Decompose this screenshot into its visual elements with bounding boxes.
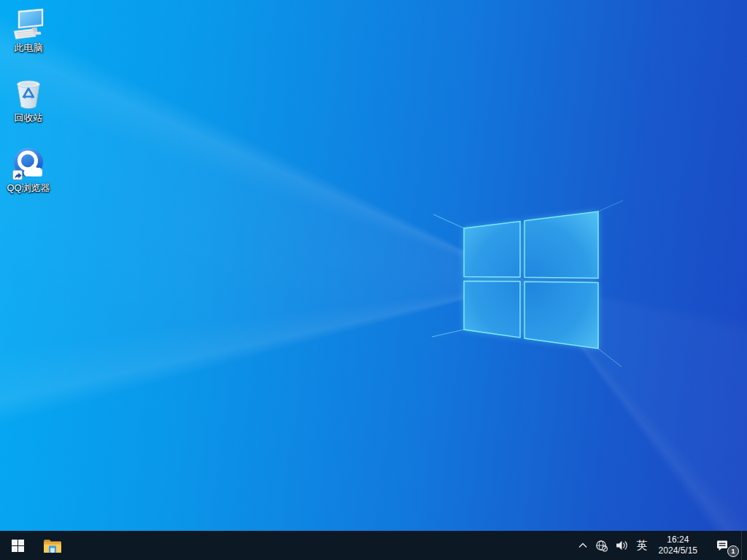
logo-ray bbox=[433, 214, 464, 228]
desktop-icon-label: 回收站 bbox=[15, 113, 43, 123]
system-tray: 英 16:24 2024/5/15 1 bbox=[574, 531, 747, 560]
chevron-up-icon bbox=[578, 541, 588, 550]
file-explorer-button[interactable] bbox=[35, 531, 70, 560]
taskbar-clock[interactable]: 16:24 2024/5/15 bbox=[653, 531, 703, 560]
desktop-icon-label: 此电脑 bbox=[15, 43, 43, 53]
tray-expand-button[interactable] bbox=[574, 531, 592, 560]
logo-pane-top-right bbox=[525, 211, 598, 279]
volume-button[interactable] bbox=[612, 531, 632, 560]
this-pc-icon bbox=[11, 6, 46, 41]
desktop-icon-qq-browser[interactable]: QQ浏览器 bbox=[0, 146, 57, 193]
logo-ray bbox=[598, 349, 622, 367]
windows-desktop: 此电脑 回收站 bbox=[0, 0, 747, 560]
desktop-wallpaper[interactable]: 此电脑 回收站 bbox=[0, 0, 747, 531]
desktop-icon-this-pc[interactable]: 此电脑 bbox=[0, 6, 57, 53]
clock-time: 16:24 bbox=[667, 534, 689, 545]
action-center-button[interactable]: 1 bbox=[703, 531, 741, 560]
logo-pane-bottom-left bbox=[464, 281, 520, 338]
speaker-icon bbox=[616, 540, 628, 551]
windows-logo-wallpaper bbox=[0, 0, 747, 531]
start-button[interactable] bbox=[0, 531, 35, 560]
recycle-bin-icon bbox=[11, 76, 46, 111]
desktop-icon-label: QQ浏览器 bbox=[7, 183, 50, 193]
ime-indicator[interactable]: 英 bbox=[632, 531, 653, 560]
qq-browser-icon bbox=[11, 146, 46, 181]
show-desktop-button[interactable] bbox=[741, 531, 747, 560]
logo-pane-bottom-right bbox=[525, 281, 598, 349]
notification-bubble-icon bbox=[716, 540, 729, 551]
logo-pane-top-left bbox=[464, 222, 520, 278]
taskbar-empty-area[interactable] bbox=[70, 531, 574, 560]
taskbar: 英 16:24 2024/5/15 1 bbox=[0, 531, 747, 560]
notification-badge: 1 bbox=[727, 545, 739, 557]
logo-ray bbox=[598, 201, 623, 211]
windows-logo-icon bbox=[12, 540, 24, 552]
logo-ray bbox=[432, 330, 464, 337]
clock-date: 2024/5/15 bbox=[659, 545, 697, 556]
network-no-internet-icon bbox=[595, 540, 608, 552]
shortcut-arrow-icon bbox=[13, 171, 23, 180]
desktop-icon-recycle-bin[interactable]: 回收站 bbox=[0, 76, 57, 123]
folder-icon bbox=[43, 538, 62, 553]
network-status-button[interactable] bbox=[592, 531, 612, 560]
